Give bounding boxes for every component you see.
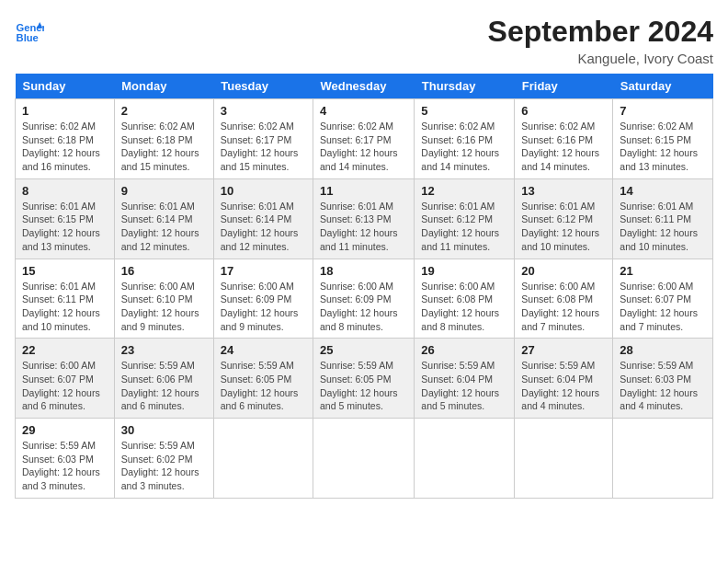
- calendar-cell: 11Sunrise: 6:01 AM Sunset: 6:13 PM Dayli…: [313, 178, 414, 259]
- day-info: Sunrise: 6:01 AM Sunset: 6:12 PM Dayligh…: [421, 200, 507, 254]
- day-info: Sunrise: 6:01 AM Sunset: 6:13 PM Dayligh…: [320, 200, 407, 254]
- day-number: 4: [320, 104, 407, 118]
- calendar-cell: 4Sunrise: 6:02 AM Sunset: 6:17 PM Daylig…: [313, 99, 414, 179]
- day-number: 1: [22, 104, 108, 118]
- day-number: 19: [421, 264, 507, 278]
- calendar-cell: 24Sunrise: 5:59 AM Sunset: 6:05 PM Dayli…: [213, 339, 313, 419]
- calendar-cell: 29Sunrise: 5:59 AM Sunset: 6:03 PM Dayli…: [16, 419, 115, 499]
- month-title: September 2024: [488, 15, 713, 49]
- day-info: Sunrise: 5:59 AM Sunset: 6:05 PM Dayligh…: [221, 359, 306, 413]
- day-number: 10: [221, 184, 306, 198]
- calendar-cell: [415, 419, 515, 499]
- calendar-cell: 16Sunrise: 6:00 AM Sunset: 6:10 PM Dayli…: [114, 259, 213, 339]
- calendar-cell: 28Sunrise: 5:59 AM Sunset: 6:03 PM Dayli…: [613, 339, 713, 419]
- day-number: 3: [221, 104, 306, 118]
- day-number: 30: [121, 423, 207, 437]
- calendar-cell: 10Sunrise: 6:01 AM Sunset: 6:14 PM Dayli…: [213, 178, 313, 259]
- day-number: 21: [620, 264, 706, 278]
- calendar-cell: 20Sunrise: 6:00 AM Sunset: 6:08 PM Dayli…: [515, 259, 613, 339]
- day-info: Sunrise: 5:59 AM Sunset: 6:06 PM Dayligh…: [121, 359, 207, 413]
- calendar-cell: 7Sunrise: 6:02 AM Sunset: 6:15 PM Daylig…: [613, 99, 713, 179]
- calendar-cell: [613, 419, 713, 499]
- day-header-tuesday: Tuesday: [213, 74, 313, 99]
- day-number: 13: [521, 184, 606, 198]
- calendar-cell: 17Sunrise: 6:00 AM Sunset: 6:09 PM Dayli…: [213, 259, 313, 339]
- day-info: Sunrise: 6:02 AM Sunset: 6:18 PM Dayligh…: [121, 120, 207, 174]
- calendar-table: SundayMondayTuesdayWednesdayThursdayFrid…: [15, 74, 713, 499]
- logo-icon: General Blue: [15, 15, 44, 44]
- day-header-wednesday: Wednesday: [313, 74, 414, 99]
- day-info: Sunrise: 6:00 AM Sunset: 6:07 PM Dayligh…: [620, 280, 706, 334]
- calendar-cell: 30Sunrise: 5:59 AM Sunset: 6:02 PM Dayli…: [114, 419, 213, 499]
- calendar-cell: [313, 419, 414, 499]
- day-info: Sunrise: 6:01 AM Sunset: 6:12 PM Dayligh…: [521, 200, 606, 254]
- day-number: 27: [521, 343, 606, 357]
- day-number: 6: [521, 104, 606, 118]
- day-info: Sunrise: 6:01 AM Sunset: 6:14 PM Dayligh…: [121, 200, 207, 254]
- day-info: Sunrise: 6:00 AM Sunset: 6:10 PM Dayligh…: [121, 280, 207, 334]
- day-number: 24: [221, 343, 306, 357]
- day-info: Sunrise: 6:00 AM Sunset: 6:08 PM Dayligh…: [421, 280, 507, 334]
- day-number: 22: [22, 343, 108, 357]
- calendar-cell: 18Sunrise: 6:00 AM Sunset: 6:09 PM Dayli…: [313, 259, 414, 339]
- day-info: Sunrise: 5:59 AM Sunset: 6:05 PM Dayligh…: [320, 359, 407, 413]
- day-info: Sunrise: 5:59 AM Sunset: 6:04 PM Dayligh…: [521, 359, 606, 413]
- day-number: 29: [22, 423, 108, 437]
- day-info: Sunrise: 6:02 AM Sunset: 6:16 PM Dayligh…: [521, 120, 606, 174]
- day-header-friday: Friday: [515, 74, 613, 99]
- day-header-sunday: Sunday: [16, 74, 115, 99]
- day-number: 18: [320, 264, 407, 278]
- logo: General Blue: [15, 15, 44, 44]
- calendar-cell: 6Sunrise: 6:02 AM Sunset: 6:16 PM Daylig…: [515, 99, 613, 179]
- day-info: Sunrise: 6:00 AM Sunset: 6:09 PM Dayligh…: [221, 280, 306, 334]
- day-number: 7: [620, 104, 706, 118]
- day-info: Sunrise: 6:01 AM Sunset: 6:14 PM Dayligh…: [221, 200, 306, 254]
- location-subtitle: Kanguele, Ivory Coast: [488, 51, 713, 66]
- calendar-cell: 8Sunrise: 6:01 AM Sunset: 6:15 PM Daylig…: [16, 178, 115, 259]
- day-number: 20: [521, 264, 606, 278]
- calendar-cell: 22Sunrise: 6:00 AM Sunset: 6:07 PM Dayli…: [16, 339, 115, 419]
- day-info: Sunrise: 5:59 AM Sunset: 6:03 PM Dayligh…: [620, 359, 706, 413]
- day-info: Sunrise: 5:59 AM Sunset: 6:04 PM Dayligh…: [421, 359, 507, 413]
- day-info: Sunrise: 6:00 AM Sunset: 6:08 PM Dayligh…: [521, 280, 606, 334]
- day-header-thursday: Thursday: [415, 74, 515, 99]
- day-info: Sunrise: 6:01 AM Sunset: 6:11 PM Dayligh…: [22, 280, 108, 334]
- calendar-cell: 27Sunrise: 5:59 AM Sunset: 6:04 PM Dayli…: [515, 339, 613, 419]
- day-number: 16: [121, 264, 207, 278]
- day-header-monday: Monday: [114, 74, 213, 99]
- calendar-cell: 1Sunrise: 6:02 AM Sunset: 6:18 PM Daylig…: [16, 99, 115, 179]
- day-number: 12: [421, 184, 507, 198]
- day-info: Sunrise: 6:02 AM Sunset: 6:17 PM Dayligh…: [320, 120, 407, 174]
- calendar-cell: 14Sunrise: 6:01 AM Sunset: 6:11 PM Dayli…: [613, 178, 713, 259]
- calendar-cell: 9Sunrise: 6:01 AM Sunset: 6:14 PM Daylig…: [114, 178, 213, 259]
- day-number: 14: [620, 184, 706, 198]
- svg-text:Blue: Blue: [17, 32, 39, 43]
- calendar-cell: 26Sunrise: 5:59 AM Sunset: 6:04 PM Dayli…: [415, 339, 515, 419]
- calendar-cell: 13Sunrise: 6:01 AM Sunset: 6:12 PM Dayli…: [515, 178, 613, 259]
- calendar-cell: 23Sunrise: 5:59 AM Sunset: 6:06 PM Dayli…: [114, 339, 213, 419]
- day-number: 28: [620, 343, 706, 357]
- day-info: Sunrise: 6:02 AM Sunset: 6:16 PM Dayligh…: [421, 120, 507, 174]
- day-number: 15: [22, 264, 108, 278]
- day-info: Sunrise: 6:00 AM Sunset: 6:09 PM Dayligh…: [320, 280, 407, 334]
- day-info: Sunrise: 6:01 AM Sunset: 6:15 PM Dayligh…: [22, 200, 108, 254]
- day-info: Sunrise: 6:01 AM Sunset: 6:11 PM Dayligh…: [620, 200, 706, 254]
- day-number: 8: [22, 184, 108, 198]
- day-number: 23: [121, 343, 207, 357]
- calendar-cell: [213, 419, 313, 499]
- day-number: 9: [121, 184, 207, 198]
- day-info: Sunrise: 6:02 AM Sunset: 6:15 PM Dayligh…: [620, 120, 706, 174]
- calendar-cell: 5Sunrise: 6:02 AM Sunset: 6:16 PM Daylig…: [415, 99, 515, 179]
- calendar-cell: 25Sunrise: 5:59 AM Sunset: 6:05 PM Dayli…: [313, 339, 414, 419]
- title-block: September 2024 Kanguele, Ivory Coast: [488, 15, 713, 66]
- day-number: 25: [320, 343, 407, 357]
- day-number: 11: [320, 184, 407, 198]
- calendar-cell: 15Sunrise: 6:01 AM Sunset: 6:11 PM Dayli…: [16, 259, 115, 339]
- day-number: 26: [421, 343, 507, 357]
- calendar-cell: [515, 419, 613, 499]
- calendar-cell: 2Sunrise: 6:02 AM Sunset: 6:18 PM Daylig…: [114, 99, 213, 179]
- day-header-saturday: Saturday: [613, 74, 713, 99]
- day-info: Sunrise: 5:59 AM Sunset: 6:02 PM Dayligh…: [121, 439, 207, 493]
- day-number: 5: [421, 104, 507, 118]
- day-number: 2: [121, 104, 207, 118]
